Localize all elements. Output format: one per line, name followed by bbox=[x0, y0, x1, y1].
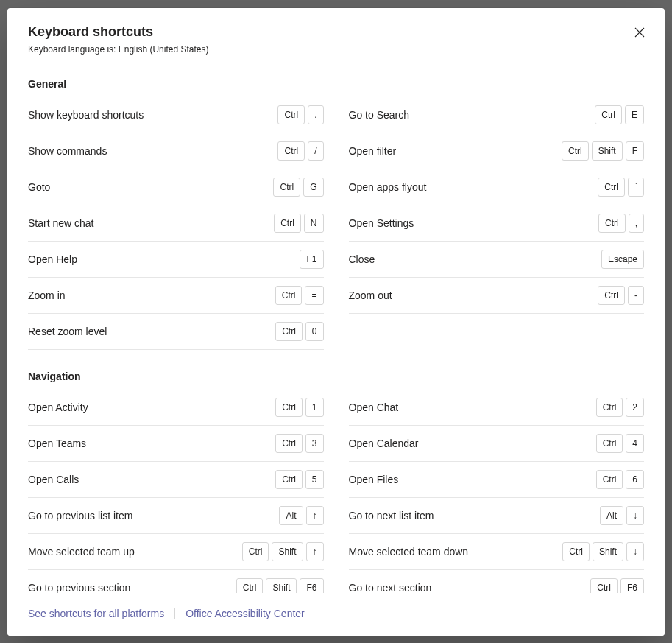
key: F6 bbox=[300, 578, 323, 593]
shortcut-row: Close Escape bbox=[349, 242, 645, 278]
shortcut-row: Go to next list item Alt ↓ bbox=[349, 498, 645, 534]
shortcut-row: Reset zoom level Ctrl 0 bbox=[28, 314, 324, 350]
footer-separator bbox=[174, 608, 175, 619]
shortcut-keys: Ctrl ` bbox=[598, 178, 644, 197]
key: Alt bbox=[279, 506, 303, 525]
shortcut-label: Open Chat bbox=[349, 401, 399, 413]
key: / bbox=[308, 141, 323, 161]
shortcut-keys: Ctrl 2 bbox=[596, 398, 644, 417]
shortcut-label: Go to next section bbox=[349, 582, 432, 593]
shortcut-label: Open Calendar bbox=[349, 438, 419, 449]
key: ↑ bbox=[306, 506, 324, 525]
shortcut-row: Show commands Ctrl / bbox=[28, 133, 324, 169]
key: Ctrl bbox=[598, 286, 625, 305]
shortcut-keys: Ctrl 4 bbox=[596, 434, 644, 453]
shortcut-keys: Ctrl = bbox=[275, 286, 324, 305]
key: F bbox=[626, 141, 644, 161]
key: - bbox=[628, 286, 644, 305]
key: = bbox=[305, 286, 323, 305]
section-navigation: Navigation Open Activity Ctrl 1 Open Cha… bbox=[28, 370, 644, 593]
shortcut-row: Open Chat Ctrl 2 bbox=[349, 390, 645, 426]
dialog-footer: See shortcuts for all platforms Office A… bbox=[7, 593, 665, 636]
shortcut-label: Go to previous list item bbox=[28, 510, 132, 521]
shortcut-row: Move selected team up Ctrl Shift ↑ bbox=[28, 534, 324, 570]
key: Ctrl bbox=[595, 105, 622, 124]
shortcut-label: Show keyboard shortcuts bbox=[28, 109, 144, 121]
close-icon bbox=[634, 27, 645, 40]
shortcut-row: Open filter Ctrl Shift F bbox=[349, 133, 645, 169]
link-all-platforms[interactable]: See shortcuts for all platforms bbox=[28, 608, 164, 619]
dialog-body[interactable]: General Show keyboard shortcuts Ctrl . G… bbox=[7, 57, 665, 593]
key: 3 bbox=[305, 434, 324, 453]
shortcut-row: Open Files Ctrl 6 bbox=[349, 462, 645, 498]
shortcut-keys: Ctrl Shift F6 bbox=[236, 578, 324, 593]
shortcut-keys: Ctrl / bbox=[277, 141, 323, 161]
key: ` bbox=[628, 178, 644, 197]
shortcut-label: Move selected team up bbox=[28, 546, 135, 558]
shortcut-keys: Ctrl E bbox=[595, 105, 644, 124]
link-accessibility-center[interactable]: Office Accessibility Center bbox=[185, 608, 305, 619]
key: 6 bbox=[626, 470, 644, 489]
shortcut-keys: Alt ↓ bbox=[600, 506, 644, 525]
shortcut-label: Move selected team down bbox=[349, 546, 469, 558]
key: Ctrl bbox=[598, 178, 625, 197]
shortcut-keys: Ctrl 0 bbox=[275, 322, 323, 341]
shortcut-keys: Ctrl N bbox=[274, 214, 323, 233]
section-title-navigation: Navigation bbox=[28, 370, 644, 382]
shortcut-label: Close bbox=[349, 253, 375, 265]
key: Ctrl bbox=[596, 398, 623, 417]
shortcut-keys: Ctrl 6 bbox=[596, 470, 644, 489]
shortcut-label: Show commands bbox=[28, 145, 107, 157]
shortcut-keys: F1 bbox=[300, 250, 323, 269]
shortcut-label: Open filter bbox=[349, 145, 397, 157]
section-general: General Show keyboard shortcuts Ctrl . G… bbox=[28, 78, 644, 350]
key: ↓ bbox=[626, 542, 644, 561]
key: Alt bbox=[600, 506, 623, 525]
key: Ctrl bbox=[596, 470, 623, 489]
section-grid-navigation: Open Activity Ctrl 1 Open Chat Ctrl 2 Op… bbox=[28, 390, 644, 593]
key: Ctrl bbox=[275, 322, 303, 341]
key: F6 bbox=[620, 578, 644, 593]
key: Shift bbox=[592, 141, 623, 161]
shortcut-row: Open Help F1 bbox=[28, 242, 324, 278]
shortcut-label: Open Activity bbox=[28, 401, 88, 413]
key: . bbox=[308, 105, 323, 124]
shortcut-keys: Escape bbox=[601, 250, 644, 269]
shortcut-row: Open apps flyout Ctrl ` bbox=[349, 169, 645, 205]
shortcut-keys: Alt ↑ bbox=[279, 506, 323, 525]
key: G bbox=[303, 178, 323, 197]
key: Ctrl bbox=[562, 141, 589, 161]
dialog-subtitle: Keyboard language is: English (United St… bbox=[28, 44, 644, 55]
key: Ctrl bbox=[274, 214, 301, 233]
shortcut-label: Go to previous section bbox=[28, 582, 130, 593]
shortcut-keys: Ctrl 5 bbox=[275, 470, 323, 489]
shortcut-row: Zoom out Ctrl - bbox=[349, 278, 645, 314]
shortcut-keys: Ctrl Shift F bbox=[562, 141, 644, 161]
shortcut-row: Goto Ctrl G bbox=[28, 169, 324, 205]
shortcut-label: Go to Search bbox=[349, 109, 410, 121]
close-button[interactable] bbox=[631, 24, 648, 42]
key: 2 bbox=[626, 398, 644, 417]
shortcut-row: Start new chat Ctrl N bbox=[28, 205, 324, 242]
key: Escape bbox=[601, 250, 644, 269]
key: 1 bbox=[305, 398, 324, 417]
key: Ctrl bbox=[275, 470, 303, 489]
section-grid-general: Show keyboard shortcuts Ctrl . Go to Sea… bbox=[28, 97, 644, 350]
shortcut-label: Open apps flyout bbox=[349, 181, 427, 193]
key: N bbox=[304, 214, 324, 233]
key: Ctrl bbox=[277, 105, 305, 124]
shortcut-row: Open Calls Ctrl 5 bbox=[28, 462, 324, 498]
key: 5 bbox=[305, 470, 324, 489]
key: Shift bbox=[593, 542, 623, 561]
key: , bbox=[629, 214, 644, 233]
key: F1 bbox=[300, 250, 323, 269]
dialog-header: Keyboard shortcuts Keyboard language is:… bbox=[7, 8, 665, 57]
shortcut-label: Zoom in bbox=[28, 289, 66, 301]
shortcut-keys: Ctrl F6 bbox=[590, 578, 644, 593]
shortcut-row: Show keyboard shortcuts Ctrl . bbox=[28, 97, 324, 133]
shortcut-keys: Ctrl 1 bbox=[275, 398, 323, 417]
shortcut-row: Go to Search Ctrl E bbox=[349, 97, 645, 133]
shortcut-row: Open Calendar Ctrl 4 bbox=[349, 426, 645, 462]
shortcut-label: Open Files bbox=[349, 474, 399, 485]
shortcut-label: Zoom out bbox=[349, 289, 392, 301]
